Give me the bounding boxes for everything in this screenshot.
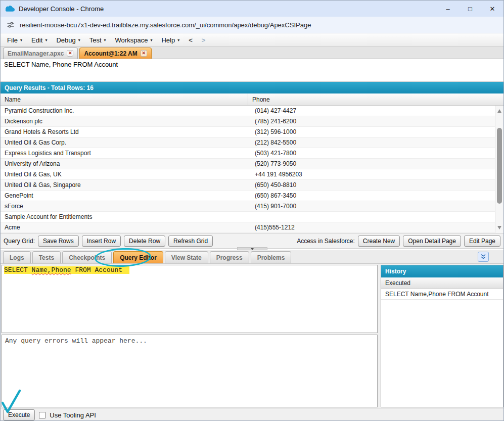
cell-name: sForce <box>1 201 248 211</box>
cell-name: Dickenson plc <box>1 116 248 126</box>
tab-logs[interactable]: Logs <box>3 251 31 263</box>
history-panel: History Executed SELECT Name,Phone FROM … <box>381 265 503 407</box>
close-button[interactable]: ✕ <box>481 1 503 17</box>
tab-view-state[interactable]: View State <box>165 251 208 263</box>
access-buttons: Create NewOpen Detail PageEdit Page <box>358 236 500 247</box>
history-row[interactable]: SELECT Name,Phone FROM Account <box>381 289 503 300</box>
tab-close-icon[interactable]: ✕ <box>141 50 147 57</box>
query-tab-content[interactable]: SELECT Name, Phone FROM Account <box>1 59 503 82</box>
cell-name: United Oil & Gas, UK <box>1 169 248 179</box>
highlighted-query-line: SELECT Name,Phone FROM Account <box>4 266 129 274</box>
query-post: FROM Account <box>71 266 122 274</box>
query-grid-label: Query Grid: <box>4 238 35 245</box>
tab-account-1-22-am[interactable]: Account@1:22 AM✕ <box>79 48 151 59</box>
tab-emailmanager-apxc[interactable]: EmailManager.apxc✕ <box>3 48 78 59</box>
query-pre: SELECT <box>4 266 32 274</box>
soql-editor[interactable]: SELECT Name,Phone FROM Account <box>2 265 378 333</box>
tab-problems[interactable]: Problems <box>251 251 292 263</box>
site-settings-icon[interactable] <box>7 21 15 29</box>
menu-file[interactable]: File▾ <box>3 34 27 46</box>
menu-edit[interactable]: Edit▾ <box>27 34 52 46</box>
cell-name: United Oil & Gas Corp. <box>1 137 248 148</box>
table-row[interactable]: University of Arizona(520) 773-9050 <box>1 159 495 169</box>
tab-progress[interactable]: Progress <box>210 251 249 263</box>
cell-name: Pyramid Construction Inc. <box>1 106 248 116</box>
menu-bar: File▾Edit▾Debug▾Test▾Workspace▾Help▾ < > <box>1 33 503 47</box>
workspace-tabstrip: EmailManager.apxc✕Account@1:22 AM✕ <box>1 47 503 59</box>
scroll-down-icon[interactable] <box>497 226 501 229</box>
dropdown-caret-icon: ▾ <box>104 38 106 42</box>
tab-close-icon[interactable]: ✕ <box>67 50 73 57</box>
query-grid-buttons: Save RowsInsert RowDelete RowRefresh Gri… <box>38 236 213 247</box>
maximize-button[interactable]: □ <box>459 1 481 17</box>
table-row[interactable]: Pyramid Construction Inc.(014) 427-4427 <box>1 106 495 116</box>
results-table-body: Pyramid Construction Inc.(014) 427-4427D… <box>1 106 495 233</box>
scroll-up-icon[interactable] <box>497 109 501 113</box>
table-row[interactable]: GenePoint(650) 867-3450 <box>1 191 495 201</box>
query-squiggle-fields: Name,Phone <box>32 266 71 274</box>
tab-tests[interactable]: Tests <box>32 251 61 263</box>
tab-label: EmailManager.apxc <box>8 50 64 57</box>
window-controls: – □ ✕ <box>437 1 503 17</box>
address-bar: resilient-moose-bcu7x1-dev-ed.trailblaze… <box>1 17 503 33</box>
use-tooling-api-checkbox[interactable] <box>39 412 45 418</box>
menu-test[interactable]: Test▾ <box>85 34 111 46</box>
save-rows-button[interactable]: Save Rows <box>38 236 79 247</box>
cell-name: Grand Hotels & Resorts Ltd <box>1 127 248 137</box>
cell-phone: (415)555-1212 <box>248 222 495 232</box>
titlebar: Developer Console - Chrome – □ ✕ <box>1 1 503 17</box>
collapse-panel-button[interactable] <box>478 252 489 262</box>
menu-label: File <box>7 36 18 44</box>
table-row[interactable]: Acme(415)555-1212 <box>1 222 495 233</box>
tab-query-editor[interactable]: Query Editor <box>113 251 163 263</box>
table-row[interactable]: United Oil & Gas, Singapore(650) 450-881… <box>1 180 495 191</box>
history-panel-title: History <box>381 265 503 277</box>
table-row[interactable]: sForce(415) 901-7000 <box>1 201 495 212</box>
execute-button[interactable]: Execute <box>3 409 35 420</box>
history-column-header[interactable]: Executed <box>381 277 503 289</box>
menu-label: Debug <box>56 36 75 44</box>
insert-row-button[interactable]: Insert Row <box>82 236 121 247</box>
history-back-icon[interactable]: < <box>184 36 197 44</box>
delete-row-button[interactable]: Delete Row <box>124 236 165 247</box>
table-row[interactable]: Dickenson plc(785) 241-6200 <box>1 116 495 127</box>
dropdown-caret-icon: ▾ <box>78 38 80 42</box>
cell-phone: (312) 596-1000 <box>248 127 495 137</box>
results-column-headers: Name Phone <box>1 93 503 106</box>
scrollbar-thumb[interactable] <box>497 128 502 204</box>
cell-phone: (415) 901-7000 <box>248 201 495 211</box>
menu-workspace[interactable]: Workspace▾ <box>111 34 157 46</box>
history-forward-icon[interactable]: > <box>197 36 210 44</box>
dropdown-caret-icon: ▾ <box>20 38 22 42</box>
cell-phone: (503) 421-7800 <box>248 148 495 158</box>
table-row[interactable]: United Oil & Gas Corp.(212) 842-5500 <box>1 137 495 148</box>
menu-help[interactable]: Help▾ <box>157 34 184 46</box>
menu-label: Workspace <box>115 36 148 44</box>
cell-name: Acme <box>1 222 248 232</box>
cell-name: Express Logistics and Transport <box>1 148 248 158</box>
edit-page-button[interactable]: Edit Page <box>464 236 500 247</box>
table-row[interactable]: Sample Account for Entitlements <box>1 212 495 222</box>
menu-debug[interactable]: Debug▾ <box>52 34 84 46</box>
cell-phone: (520) 773-9050 <box>248 159 495 169</box>
table-row[interactable]: United Oil & Gas, UK+44 191 4956203 <box>1 169 495 180</box>
cell-phone: (014) 427-4427 <box>248 106 495 116</box>
cell-name: University of Arizona <box>1 159 248 169</box>
table-row[interactable]: Express Logistics and Transport(503) 421… <box>1 148 495 159</box>
menu-label: Edit <box>31 36 42 44</box>
address-url[interactable]: resilient-moose-bcu7x1-dev-ed.trailblaze… <box>20 21 311 29</box>
query-editor-footer: Execute Use Tooling API <box>1 408 503 421</box>
create-new-button[interactable]: Create New <box>358 236 400 247</box>
tab-checkpoints[interactable]: Checkpoints <box>62 251 112 263</box>
double-chevron-down-icon <box>480 254 486 260</box>
column-header-name[interactable]: Name <box>1 93 248 105</box>
cell-phone: (212) 842-5500 <box>248 137 495 148</box>
query-grid-toolbar: Query Grid: Save RowsInsert RowDelete Ro… <box>1 233 503 249</box>
minimize-button[interactable]: – <box>437 1 459 17</box>
column-header-phone[interactable]: Phone <box>248 93 503 105</box>
menu-label: Help <box>161 36 175 44</box>
cell-phone: +44 191 4956203 <box>248 169 495 179</box>
refresh-grid-button[interactable]: Refresh Grid <box>168 236 213 247</box>
open-detail-page-button[interactable]: Open Detail Page <box>403 236 461 247</box>
table-row[interactable]: Grand Hotels & Resorts Ltd(312) 596-1000 <box>1 127 495 137</box>
